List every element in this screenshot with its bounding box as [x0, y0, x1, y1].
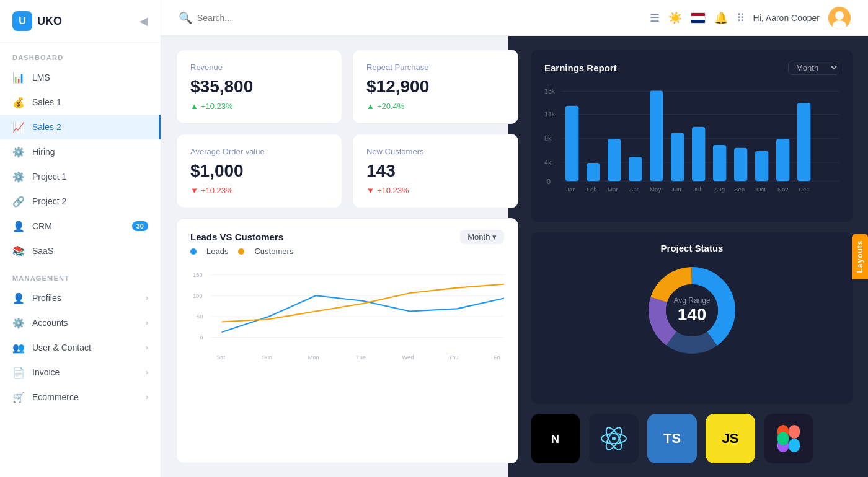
- earnings-month-select[interactable]: Month Quarter Year: [788, 61, 839, 75]
- stat-card-new-customers: New Customers 143 ▼ +10.23%: [352, 134, 518, 208]
- sidebar-item-ecommerce[interactable]: 🛒 Ecommerce ›: [0, 385, 161, 409]
- svg-rect-68: [777, 432, 789, 445]
- sidebar-item-sales1[interactable]: 💰 Sales 1: [0, 90, 161, 115]
- sidebar-item-label-crm: CRM: [32, 221, 52, 231]
- revenue-label: Revenue: [190, 63, 328, 72]
- notification-icon[interactable]: 🔔: [714, 11, 728, 25]
- react-icon[interactable]: [589, 414, 639, 463]
- repeat-purchase-arrow-icon: ▲: [366, 102, 374, 111]
- nav-management-section: MANAGEMENT 👤 Profiles › ⚙️ Accounts › 👥 …: [0, 263, 161, 409]
- hiring-icon: ⚙️: [12, 146, 25, 158]
- search-bar: 🔍: [179, 11, 640, 25]
- stat-card-avg-order: Average Order value $1,000 ▼ +10.23%: [176, 134, 342, 208]
- svg-text:Dec: Dec: [799, 186, 809, 193]
- theme-icon[interactable]: ☀️: [668, 11, 682, 25]
- sidebar-item-project1[interactable]: ⚙️ Project 1: [0, 164, 161, 189]
- accounts-chevron-icon: ›: [146, 318, 148, 327]
- revenue-change-label: +10.23%: [201, 102, 233, 111]
- svg-rect-67: [789, 439, 800, 452]
- customers-legend-label: Customers: [254, 247, 293, 256]
- svg-rect-40: [797, 103, 810, 181]
- svg-text:Wed: Wed: [402, 354, 414, 361]
- logo-area: U UKO: [12, 11, 62, 31]
- svg-text:Nov: Nov: [777, 186, 788, 193]
- sidebar-item-label-sales2: Sales 2: [32, 122, 61, 132]
- avg-order-arrow-icon: ▼: [190, 186, 198, 195]
- repeat-purchase-label: Repeat Purchase: [366, 63, 504, 72]
- earnings-header: Earnings Report Month Quarter Year: [544, 61, 839, 75]
- avg-order-label: Average Order value: [190, 147, 328, 156]
- svg-rect-34: [671, 133, 684, 181]
- sidebar-item-label-ecommerce: Ecommerce: [32, 392, 79, 402]
- repeat-purchase-change-label: +20.4%: [377, 102, 404, 111]
- javascript-icon[interactable]: JS: [706, 414, 755, 463]
- new-customers-change-label: +10.23%: [377, 186, 409, 195]
- sidebar-item-project2[interactable]: 🔗 Project 2: [0, 189, 161, 214]
- layouts-tab[interactable]: Layouts: [852, 234, 868, 279]
- repeat-purchase-change: ▲ +20.4%: [366, 102, 504, 111]
- nextjs-icon[interactable]: N: [531, 414, 580, 463]
- menu-icon[interactable]: ☰: [650, 11, 660, 25]
- sales1-icon: 💰: [12, 96, 25, 108]
- svg-text:May: May: [650, 186, 661, 193]
- svg-text:Aug: Aug: [714, 186, 725, 193]
- crm-badge: 30: [132, 221, 148, 231]
- user-greeting: Hi, Aaron Cooper: [753, 13, 820, 23]
- revenue-arrow-icon: ▲: [190, 102, 198, 111]
- leads-legend-dot: [190, 248, 197, 255]
- donut-avg-value: 140: [673, 305, 710, 325]
- sidebar-item-lms[interactable]: 📊 LMS: [0, 65, 161, 90]
- sidebar-item-label-lms: LMS: [32, 72, 50, 82]
- svg-text:Jul: Jul: [693, 186, 701, 193]
- sidebar-item-hiring[interactable]: ⚙️ Hiring: [0, 139, 161, 164]
- sidebar-item-invoice[interactable]: 📄 Invoice ›: [0, 360, 161, 385]
- invoice-chevron-icon: ›: [146, 368, 148, 377]
- donut-center: Avg Range 140: [673, 296, 710, 325]
- content: Revenue $35,800 ▲ +10.23% Repeat Purchas…: [161, 36, 868, 477]
- apps-icon[interactable]: ⠿: [737, 11, 745, 25]
- search-icon: 🔍: [179, 11, 192, 25]
- tech-icons-row: N TS JS: [531, 414, 853, 463]
- svg-text:50: 50: [197, 313, 203, 320]
- saas-icon: 📚: [12, 245, 25, 257]
- content-right: Earnings Report Month Quarter Year 15k 1…: [531, 50, 853, 463]
- typescript-icon[interactable]: TS: [647, 414, 697, 463]
- sidebar-item-accounts[interactable]: ⚙️ Accounts ›: [0, 310, 161, 335]
- new-customers-arrow-icon: ▼: [366, 186, 374, 195]
- sidebar-item-user-contact[interactable]: 👥 User & Contact ›: [0, 335, 161, 360]
- crm-icon: 👤: [12, 220, 25, 232]
- ecommerce-chevron-icon: ›: [146, 393, 148, 401]
- sidebar-item-label-user-contact: User & Contact: [32, 343, 91, 352]
- search-input[interactable]: [197, 13, 321, 23]
- svg-text:Sat: Sat: [216, 354, 225, 361]
- svg-text:Sep: Sep: [734, 186, 745, 193]
- sidebar-item-saas[interactable]: 📚 SaaS: [0, 239, 161, 263]
- sidebar-item-profiles[interactable]: 👤 Profiles ›: [0, 286, 161, 310]
- leads-month-button[interactable]: Month ▾: [460, 230, 504, 244]
- svg-rect-36: [713, 145, 726, 181]
- project2-icon: 🔗: [12, 195, 25, 208]
- figma-icon[interactable]: [764, 414, 813, 463]
- svg-text:100: 100: [193, 293, 202, 299]
- stat-card-repeat-purchase: Repeat Purchase $12,900 ▲ +20.4%: [352, 50, 518, 124]
- header-right: ☰ ☀️ 🔔 ⠿ Hi, Aaron Cooper: [650, 7, 851, 29]
- leads-chart-title: Leads VS Customers: [190, 232, 283, 242]
- sidebar-item-crm[interactable]: 👤 CRM 30: [0, 214, 161, 239]
- svg-point-63: [612, 437, 616, 440]
- svg-rect-39: [776, 139, 789, 181]
- collapse-button[interactable]: ◀: [140, 14, 148, 28]
- sidebar-item-label-project1: Project 1: [32, 172, 66, 182]
- sidebar-item-sales2[interactable]: 📈 Sales 2: [0, 115, 161, 139]
- donut-avg-label: Avg Range: [673, 296, 710, 305]
- sales2-icon: 📈: [12, 121, 25, 133]
- ecommerce-icon: 🛒: [12, 391, 25, 403]
- svg-text:4k: 4k: [544, 159, 552, 166]
- svg-text:0: 0: [200, 335, 203, 341]
- svg-text:Tue: Tue: [356, 354, 366, 361]
- svg-text:Jan: Jan: [566, 186, 576, 193]
- earnings-bar-chart: 15k 11k 8k 4k 0: [544, 81, 839, 205]
- language-flag-icon[interactable]: [691, 12, 706, 24]
- leads-chart-header: Leads VS Customers Month ▾: [190, 230, 504, 244]
- svg-text:N: N: [551, 433, 559, 445]
- new-customers-value: 143: [366, 161, 504, 181]
